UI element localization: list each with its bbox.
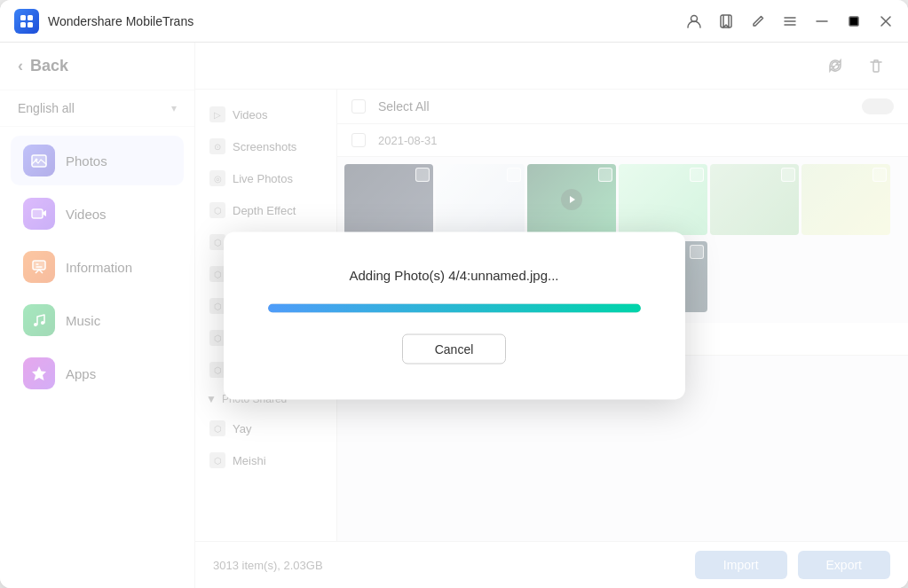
svg-rect-0 — [20, 15, 26, 20]
progress-bar-fill — [268, 303, 641, 312]
bookmark-icon[interactable] — [718, 13, 734, 29]
svg-rect-3 — [28, 22, 33, 27]
dialog-message: Adding Photo(s) 4/4:unnamed.jpg... — [268, 267, 641, 282]
content-area: ‹ Back English all ▾ Photos Vid — [0, 43, 908, 588]
app-title: Wondershare MobileTrans — [48, 14, 193, 28]
edit-icon[interactable] — [750, 13, 766, 29]
app-icon — [14, 9, 39, 34]
svg-rect-1 — [28, 15, 33, 20]
maximize-button[interactable] — [846, 13, 862, 29]
menu-icon[interactable] — [782, 13, 798, 29]
app-window: Wondershare MobileTrans — [0, 0, 908, 588]
dialog-actions: Cancel — [268, 333, 641, 364]
svg-rect-6 — [849, 17, 858, 26]
close-button[interactable] — [878, 13, 894, 29]
svg-rect-2 — [20, 22, 26, 27]
progress-bar-track — [268, 303, 641, 312]
progress-dialog: Adding Photo(s) 4/4:unnamed.jpg... Cance… — [224, 231, 685, 399]
cancel-button[interactable]: Cancel — [402, 333, 507, 364]
title-bar-right — [686, 13, 894, 29]
profile-icon[interactable] — [686, 13, 702, 29]
title-bar: Wondershare MobileTrans — [0, 0, 908, 43]
title-bar-left: Wondershare MobileTrans — [14, 9, 193, 34]
minimize-button[interactable] — [814, 13, 830, 29]
